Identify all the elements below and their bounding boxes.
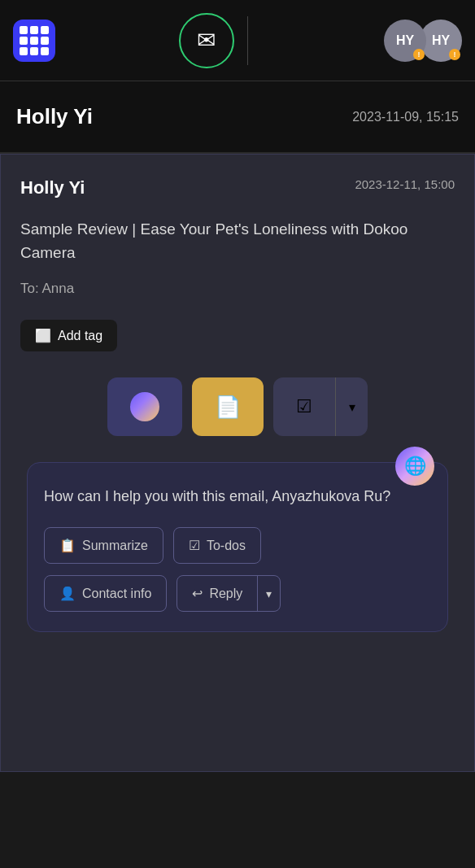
avatar-1-badge: ! (413, 49, 425, 60)
email-card-date: 2023-12-11, 15:00 (355, 177, 455, 191)
ai-assistant-card: 🌐 How can I help you with this email, An… (27, 462, 448, 632)
summarize-button[interactable]: 📋 Summarize (44, 527, 163, 564)
check-action-group: ☑ ▾ (273, 377, 368, 436)
grid-dot (30, 37, 38, 45)
mail-button[interactable]: ✉ (179, 13, 234, 68)
avatar-1[interactable]: HY ! (384, 20, 426, 62)
email-header-row: Holly Yi 2023-11-09, 15:15 (16, 104, 459, 129)
email-header-sender: Holly Yi (16, 104, 93, 129)
sphere-action-button[interactable] (107, 377, 182, 436)
document-icon: 📄 (215, 395, 241, 420)
grid-dot (20, 47, 28, 55)
document-action-button[interactable]: 📄 (192, 377, 264, 436)
ai-avatar-icon: 🌐 (404, 456, 426, 477)
avatar-2-badge: ! (449, 49, 460, 60)
action-buttons-row: 📄 ☑ ▾ (20, 377, 455, 436)
chevron-down-icon: ▾ (349, 399, 355, 415)
grid-icon (20, 26, 49, 55)
email-header: Holly Yi 2023-11-09, 15:15 (0, 81, 475, 154)
ai-question-text: How can I help you with this email, Anya… (44, 486, 431, 508)
grid-dot (20, 37, 28, 45)
mail-icon: ✉ (197, 27, 216, 54)
email-card-sender: Holly Yi (20, 177, 85, 198)
reply-chevron-button[interactable]: ▾ (257, 576, 280, 611)
add-tag-button[interactable]: ⬜ Add tag (20, 320, 117, 351)
ai-buttons-row-1: 📋 Summarize ☑ To-dos (44, 527, 431, 564)
contact-info-label: Contact info (82, 587, 151, 601)
grid-dot (30, 26, 38, 34)
grid-dot (30, 47, 38, 55)
reply-button-group: ↩ Reply ▾ (176, 575, 281, 612)
todos-button[interactable]: ☑ To-dos (173, 527, 261, 564)
avatar-2-initials: HY (432, 33, 450, 48)
topbar-left (13, 20, 55, 62)
reply-chevron-icon: ▾ (266, 587, 272, 600)
main-content: Holly Yi 2023-12-11, 15:00 Sample Review… (0, 154, 475, 772)
email-card: Holly Yi 2023-12-11, 15:00 Sample Review… (1, 155, 474, 671)
contact-info-button[interactable]: 👤 Contact info (44, 575, 167, 612)
reply-label: Reply (209, 587, 242, 601)
check-icon: ☑ (296, 396, 312, 417)
sphere-icon (130, 392, 159, 421)
grid-dot (41, 26, 49, 34)
avatar-1-initials: HY (396, 33, 414, 48)
email-header-date: 2023-11-09, 15:15 (352, 110, 459, 124)
check-action-button[interactable]: ☑ (273, 377, 335, 436)
topbar-center: ✉ (55, 13, 384, 68)
ai-avatar: 🌐 (395, 447, 434, 486)
topbar-right: HY ! HY ! (384, 20, 462, 62)
email-card-header: Holly Yi 2023-12-11, 15:00 (20, 177, 455, 198)
tag-icon: ⬜ (35, 328, 51, 343)
email-subject: Sample Review | Ease Your Pet's Loneline… (20, 218, 455, 264)
grid-dot (41, 47, 49, 55)
check-chevron-button[interactable]: ▾ (335, 377, 368, 436)
todos-icon: ☑ (189, 538, 200, 553)
grid-dot (41, 37, 49, 45)
topbar: ✉ HY ! HY ! (0, 0, 475, 81)
grid-menu-button[interactable] (13, 20, 55, 62)
grid-dot (20, 26, 28, 34)
add-tag-label: Add tag (58, 329, 102, 343)
ai-buttons-row-2: 👤 Contact info ↩ Reply ▾ (44, 575, 431, 612)
topbar-divider (247, 16, 248, 65)
contact-info-icon: 👤 (59, 586, 76, 601)
todos-label: To-dos (207, 539, 246, 553)
reply-icon: ↩ (192, 586, 203, 601)
summarize-label: Summarize (82, 539, 148, 553)
summarize-icon: 📋 (59, 538, 76, 553)
reply-button[interactable]: ↩ Reply (177, 576, 257, 611)
email-to: To: Anna (20, 281, 455, 297)
